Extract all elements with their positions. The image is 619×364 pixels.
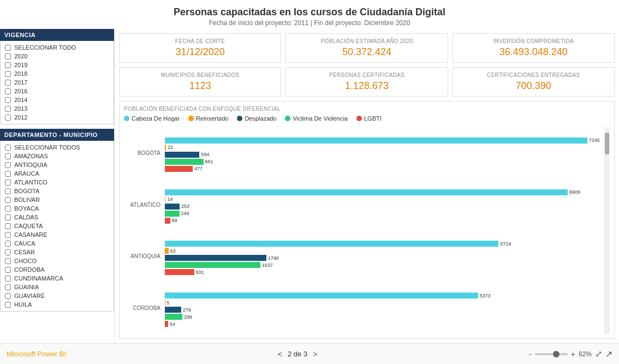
share-button[interactable]: ↗ — [605, 349, 612, 359]
depto-item[interactable]: BOLIVAR — [1, 195, 114, 204]
vigencia-filter: VIGENCIA SELECCIONAR TODO202020192018201… — [0, 29, 114, 124]
chart-section: POBLACIÓN BENEFICIADA CON ENFOQUE DIFERE… — [119, 101, 615, 339]
bar-row: 298 — [165, 314, 602, 320]
vigencia-item[interactable]: 2012 — [1, 113, 114, 122]
kpi-card: MUNICIPIOS BENEFICIADOS1123 — [119, 67, 281, 97]
depto-item[interactable]: BOGOTA — [1, 187, 114, 195]
depto-item[interactable]: HUILA — [1, 300, 114, 309]
page-subtitle: Fecha de inicio del proyecto: 2011 | Fin… — [0, 19, 619, 27]
depto-item[interactable]: CAQUETA — [1, 222, 114, 230]
bar-row: 63 — [165, 248, 602, 254]
zoom-level: 82% — [579, 350, 592, 358]
bar-row: 5 — [165, 300, 602, 306]
vigencia-item[interactable]: 2013 — [1, 104, 114, 113]
prev-page-button[interactable]: < — [278, 350, 282, 359]
bar — [165, 145, 166, 151]
bar — [165, 293, 478, 299]
header: Personas capacitadas en los cursos de Ci… — [0, 0, 619, 29]
bar — [165, 314, 182, 320]
next-page-button[interactable]: > — [313, 350, 317, 359]
kpi-row-1: FECHA DE CORTE31/12/2020POBLACIÓN ESTIMA… — [119, 33, 615, 63]
legend-dot — [188, 116, 194, 121]
bar — [165, 307, 181, 313]
bar-row: 5724 — [165, 241, 602, 247]
depto-item[interactable]: GUAINIA — [1, 283, 114, 291]
legend-item: Cabeza De Hogar — [124, 115, 180, 122]
bar — [165, 159, 204, 165]
bar — [165, 300, 165, 306]
depto-item[interactable]: CUNDINAMARCA — [1, 274, 114, 283]
zoom-thumb — [553, 351, 560, 357]
vigencia-item[interactable]: SELECCIONAR TODO — [1, 43, 114, 52]
depto-item[interactable]: CORDOBA — [1, 265, 114, 274]
main-panel: FECHA DE CORTE31/12/2020POBLACIÓN ESTIMA… — [115, 29, 619, 343]
vigencia-item[interactable]: 2014 — [1, 96, 114, 104]
kpi-card: FECHA DE CORTE31/12/2020 — [119, 33, 281, 63]
depto-item[interactable]: BOYACA — [1, 204, 114, 213]
depto-item[interactable]: CHOCO — [1, 256, 114, 265]
fullscreen-button[interactable]: ⤢ — [595, 349, 602, 359]
zoom-out-button[interactable]: - — [529, 350, 532, 359]
pagination: < 2 de 3 > — [278, 350, 318, 359]
bar-row: 14 — [165, 196, 602, 202]
zoom-controls: - + 82% ⤢ ↗ — [529, 349, 612, 359]
bar — [165, 248, 169, 254]
bar-row: 501 — [165, 269, 602, 276]
bar-row: 477 — [165, 165, 602, 172]
vigencia-header: VIGENCIA — [0, 29, 114, 41]
zoom-in-button[interactable]: + — [571, 350, 575, 359]
legend-dot — [237, 116, 242, 121]
kpi-row-2: MUNICIPIOS BENEFICIADOS1123PERSONAS CERT… — [119, 67, 615, 97]
bar-row: 1637 — [165, 262, 602, 268]
bar — [165, 218, 170, 224]
content-area: VIGENCIA SELECCIONAR TODO202020192018201… — [0, 29, 619, 343]
bar-row: 54 — [165, 321, 602, 327]
bar-row: 6909 — [165, 189, 602, 195]
bar — [165, 269, 194, 275]
bar — [165, 196, 165, 202]
bar — [165, 138, 587, 144]
depto-item[interactable]: CESAR — [1, 248, 114, 256]
legend-dot — [356, 116, 362, 121]
depto-item[interactable]: ATLANTICO — [1, 178, 114, 187]
legend-item: Reinsertado — [188, 115, 228, 122]
depto-item[interactable]: ANTIOQUIA — [1, 160, 114, 169]
bar-chart: BOGOTA724522594661477ATLANTICO6909142532… — [124, 127, 602, 334]
vigencia-item[interactable]: 2017 — [1, 78, 114, 87]
bar-row: 1740 — [165, 255, 602, 261]
bar-group: ANTIOQUIA57246317401637501 — [124, 240, 602, 273]
depto-item[interactable]: CAUCA — [1, 239, 114, 248]
vigencia-item[interactable]: 2019 — [1, 61, 114, 69]
powerbi-link[interactable]: Microsoft Power BI — [7, 350, 66, 358]
kpi-card: INVERSIÓN COMPROMETIDA36.493.048.240 — [453, 33, 615, 63]
bar — [165, 152, 199, 158]
legend-dot — [124, 116, 129, 121]
vigencia-item[interactable]: 2020 — [1, 52, 114, 61]
legend-dot — [285, 116, 290, 121]
bar — [165, 241, 498, 247]
depto-item[interactable]: CASANARE — [1, 230, 114, 239]
bar-group: CORDOBA5373527929854 — [124, 292, 602, 325]
main-container: Personas capacitadas en los cursos de Ci… — [0, 0, 619, 364]
bar-row: 253 — [165, 203, 602, 210]
bar-row: 5373 — [165, 293, 602, 299]
bottom-bar: Microsoft Power BI < 2 de 3 > - + 82% ⤢ … — [0, 343, 619, 364]
zoom-slider[interactable] — [535, 353, 568, 355]
vigencia-item[interactable]: 2018 — [1, 69, 114, 78]
depto-filter: DEPARTAMENTO - MUNICIPIO SELECCIONAR TOD… — [0, 129, 114, 312]
vigencia-item[interactable]: 2016 — [1, 87, 114, 96]
bar-row: 89 — [165, 217, 602, 224]
bar-group: BOGOTA724522594661477 — [124, 136, 602, 169]
kpi-card: CERTIFICACIONES ENTREGADAS700.390 — [453, 67, 615, 97]
bar — [165, 166, 193, 172]
depto-item[interactable]: ARAUCA — [1, 169, 114, 178]
chart-area: BOGOTA724522594661477ATLANTICO6909142532… — [124, 127, 602, 334]
bar — [165, 321, 168, 327]
depto-item[interactable]: AMAZONAS — [1, 152, 114, 160]
bar — [165, 255, 266, 261]
depto-header: DEPARTAMENTO - MUNICIPIO — [0, 129, 114, 141]
depto-item[interactable]: CALDAS — [1, 213, 114, 222]
kpi-card: PERSONAS CERTIFICADAS1.128.673 — [285, 67, 448, 97]
depto-item[interactable]: GUAVIARE — [1, 291, 114, 300]
depto-item[interactable]: SELECCIONAR TODOS — [1, 143, 114, 152]
